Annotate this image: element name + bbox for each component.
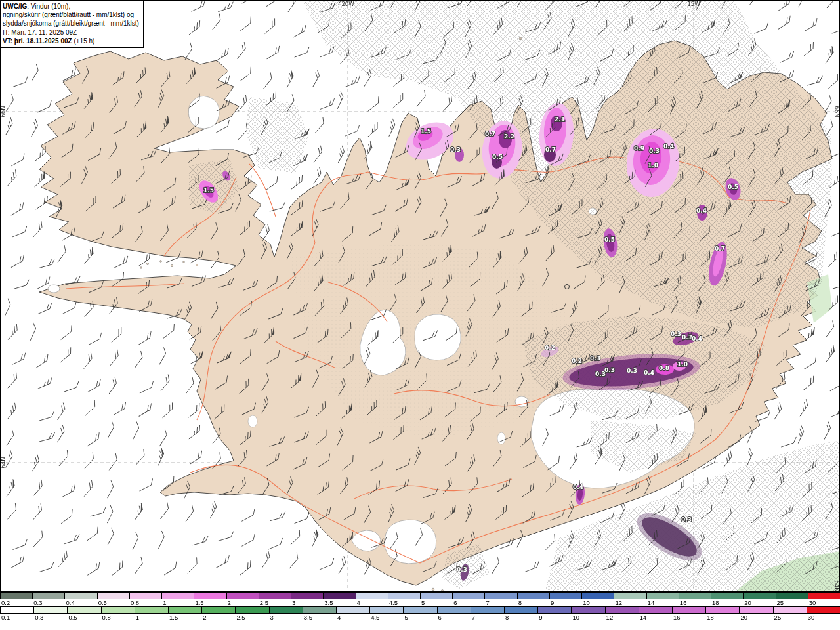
valid-time-offset: (+15 h) [72, 37, 95, 45]
glacier-myrdalsjokull [385, 520, 436, 564]
colorbar-segment [437, 607, 471, 613]
colorbar-tick-label: 12 [615, 599, 622, 606]
colorbar-sleet-snow-labels: 0.20.30.40.50.811.522.533.544.5567891012… [0, 599, 840, 606]
colorbar-tick-label: 2.5 [260, 599, 268, 606]
colorbar-segment [452, 593, 484, 598]
precip-value-label: 0.3 [590, 355, 600, 362]
precip-value-label: 0.4 [696, 207, 707, 214]
colorbar-tick-label: 25 [774, 614, 782, 621]
colorbar-segment [672, 607, 705, 613]
map-legend-box: UWC/IG: Vindur (10m), rigning/skúrir (gr… [0, 0, 144, 48]
colorbar-tick-label: 10 [572, 614, 579, 621]
colorbar-tick-label: 3.5 [304, 614, 312, 621]
colorbar-segment [291, 593, 323, 598]
colorbar-segment [303, 607, 336, 613]
colorbar-segment [743, 593, 775, 598]
weather-map-screen: 1.51.50.30.72.20.52.10.70.90.30.41.00.50… [0, 0, 840, 630]
colorbar-segment [369, 607, 403, 613]
colorbar-tick-label: 1.5 [195, 599, 203, 606]
colorbar-segment [517, 593, 549, 598]
colorbar-segment [101, 607, 135, 613]
colorbar-segment [64, 593, 96, 598]
colorbar-tick-label: 1.5 [169, 614, 178, 621]
colorbar-segment [129, 593, 161, 598]
precip-value-label: 0.8 [659, 365, 669, 371]
colorbar-tick-label: 3 [292, 599, 295, 606]
precip-value-label: 0.4 [663, 143, 674, 150]
colorbar-segment [581, 593, 614, 598]
colorbar-tick-label: 3.5 [324, 599, 333, 606]
colorbar-tick-label: 3 [270, 614, 274, 621]
colorbar-segment [259, 593, 291, 598]
colorbar-segment [776, 593, 808, 598]
colorbar-tick-label: 1 [163, 599, 166, 606]
colorbar-segment [0, 607, 33, 613]
colorbar-tick-label: 30 [809, 599, 816, 606]
colorbar-segment [571, 607, 604, 613]
precip-value-label: 0.3 [682, 334, 692, 341]
colorbar-segment [161, 593, 194, 598]
colorbar-segment [201, 607, 235, 613]
colorbar-tick-label: 4.5 [389, 599, 398, 606]
colorbar-tick-label: 2 [228, 599, 231, 606]
colorbar-segment [484, 593, 516, 598]
precip-value-label: 0.4 [573, 484, 583, 490]
colorbar-tick-label: 18 [712, 599, 719, 606]
precip-value-label: 2.2 [504, 133, 514, 140]
precip-value-label: 0.5 [492, 154, 503, 160]
graticule-label: 66N [833, 106, 840, 117]
valid-time-bold: VT: þri. 18.11.2025 00Z [3, 37, 72, 45]
colorbar-rain-labels: 0.10.30.50.811.522.533.544.5567891012141… [0, 614, 840, 621]
precip-value-label: 0.3 [627, 368, 637, 374]
precip-value-label: 0.2 [545, 345, 555, 351]
colorbar-tick-label: 9 [551, 599, 554, 606]
colorbar-rain: 0.10.30.50.811.522.533.544.5567891012141… [0, 606, 840, 621]
colorbar-tick-label: 7 [486, 599, 489, 606]
colorbar-area: 0.20.30.40.50.811.522.533.544.5567891012… [0, 592, 840, 621]
colorbar-tick-label: 14 [648, 599, 655, 606]
colorbar-segment [646, 593, 679, 598]
colorbar-tick-label: 5 [421, 599, 425, 606]
colorbar-segment [504, 607, 537, 613]
colorbar-tick-label: 25 [777, 599, 784, 606]
colorbar-segment [269, 607, 303, 613]
colorbar-segment [323, 593, 355, 598]
colorbar-segment [235, 607, 268, 613]
colorbar-tick-label: 5 [404, 614, 408, 621]
precip-value-label: 0.9 [634, 145, 644, 152]
colorbar-tick-label: 0.1 [1, 614, 10, 621]
colorbar-segment [226, 593, 259, 598]
colorbar-tick-label: 16 [673, 614, 681, 621]
colorbar-tick-label: 0.2 [1, 599, 10, 606]
colorbar-segment [808, 593, 840, 598]
legend-line-sleet: slydda/snjókoma (grátt/bleikt/grænt - mm… [3, 19, 139, 28]
colorbar-tick-label: 0.5 [98, 599, 107, 606]
glacier-drangajokull [188, 96, 219, 129]
colorbar-tick-label: 0.4 [66, 599, 74, 606]
colorbar-segment [705, 607, 739, 613]
precip-value-label: 0.5 [604, 236, 615, 243]
precip-value-label: 0.4 [644, 369, 654, 376]
colorbar-segment [388, 593, 420, 598]
colorbar-tick-label: 10 [583, 599, 590, 606]
precip-value-label: 0.4 [692, 335, 702, 342]
colorbar-segment [336, 607, 369, 613]
colorbar-tick-label: 4.5 [371, 614, 379, 621]
colorbar-segment [605, 607, 639, 613]
colorbar-tick-label: 0.3 [35, 614, 43, 621]
colorbar-tick-label: 12 [606, 614, 614, 621]
colorbar-tick-label: 14 [640, 614, 647, 621]
graticule-label: 66N [0, 106, 7, 117]
glacier-snaefellsjokull [48, 285, 60, 293]
colorbar-tick-label: 20 [744, 599, 751, 606]
legend-valid-time: VT: þri. 18.11.2025 00Z (+15 h) [3, 37, 139, 45]
precip-value-label: 0.2 [572, 358, 582, 364]
colorbar-tick-label: 9 [539, 614, 542, 621]
precip-value-label: 0.3 [457, 566, 467, 573]
precip-value-label: 0.7 [485, 131, 495, 137]
colorbar-rain-band [0, 606, 840, 614]
colorbar-tick-label: 1 [136, 614, 139, 621]
colorbar-segment [403, 607, 436, 613]
colorbar-segment [537, 607, 571, 613]
precip-value-label: 1.0 [677, 361, 688, 368]
